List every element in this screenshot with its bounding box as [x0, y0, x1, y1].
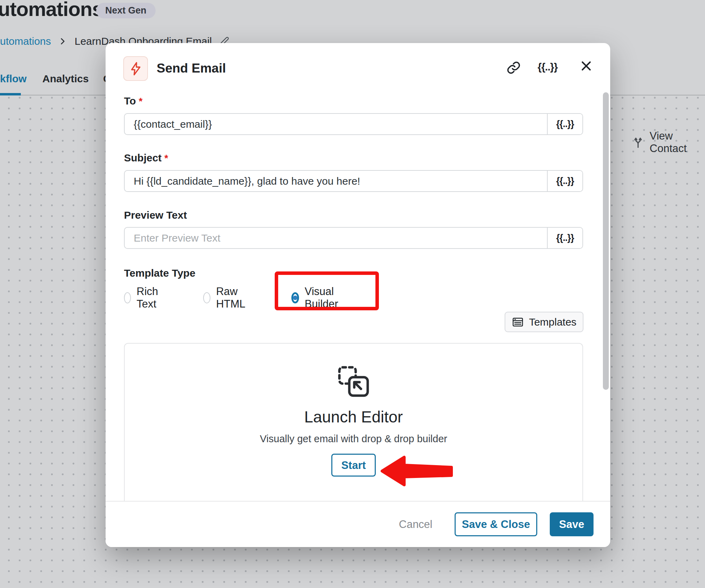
templates-button-label: Templates: [529, 316, 577, 328]
radio-visual-builder[interactable]: Visual Builder: [291, 285, 341, 310]
radio-circle: [124, 292, 131, 303]
page-title: utomations: [0, 0, 103, 20]
to-input-group: {{..}}: [124, 113, 583, 135]
modal-scrollbar-thumb[interactable]: [603, 92, 609, 390]
modal-footer: Cancel Save & Close Save: [106, 501, 610, 547]
to-label: To*: [124, 95, 142, 107]
to-merge-tag-button[interactable]: {{..}}: [547, 114, 582, 134]
preview-input-group: {{..}}: [124, 227, 583, 249]
action-icon-box: [123, 56, 148, 81]
required-asterisk: *: [164, 153, 168, 163]
required-asterisk: *: [139, 96, 142, 107]
modal-title: Send Email: [157, 61, 226, 76]
view-contact-node[interactable]: View Contact: [631, 130, 705, 155]
radio-circle-selected: [291, 292, 299, 303]
subject-label: Subject*: [124, 152, 168, 164]
next-gen-badge: Next Gen: [96, 3, 156, 18]
breadcrumb-root-link[interactable]: utomations: [0, 35, 51, 47]
template-window-icon: [512, 316, 524, 328]
view-contact-label: View Contact: [650, 130, 705, 155]
to-input[interactable]: [125, 114, 547, 134]
subject-input[interactable]: [125, 171, 547, 191]
templates-button[interactable]: Templates: [505, 312, 583, 332]
active-tab-underline: [0, 93, 21, 95]
launch-editor-icon: [125, 363, 582, 401]
radio-circle: [203, 292, 210, 303]
send-email-modal: Send Email {{..}} To* {{..}} Subject* {{…: [106, 43, 610, 547]
radio-raw-html[interactable]: Raw HTML: [203, 285, 249, 310]
preview-merge-tag-button[interactable]: {{..}}: [547, 228, 582, 248]
lightning-icon: [128, 61, 143, 76]
radio-rich-text[interactable]: Rich Text: [124, 285, 162, 310]
tab-analytics[interactable]: Analytics: [42, 73, 89, 85]
save-button[interactable]: Save: [550, 512, 594, 536]
subject-merge-tag-button[interactable]: {{..}}: [547, 171, 582, 191]
split-branch-icon: [631, 135, 645, 150]
start-button[interactable]: Start: [331, 454, 376, 477]
launch-editor-title: Launch Editor: [125, 408, 582, 426]
cancel-button[interactable]: Cancel: [399, 518, 433, 531]
chevron-right-icon: [58, 37, 67, 46]
close-icon[interactable]: [579, 58, 594, 74]
subject-input-group: {{..}}: [124, 170, 583, 192]
launch-editor-subtitle: Visually get email with drop & drop buil…: [125, 433, 582, 445]
preview-input[interactable]: [125, 228, 547, 248]
save-and-close-button[interactable]: Save & Close: [455, 512, 537, 536]
launch-editor-panel: Launch Editor Visually get email with dr…: [124, 343, 583, 501]
merge-tags-icon[interactable]: {{..}}: [538, 61, 557, 73]
tab-workflow[interactable]: kflow: [0, 73, 27, 85]
template-type-label: Template Type: [124, 267, 196, 279]
preview-label: Preview Text: [124, 209, 187, 221]
copy-link-icon[interactable]: [506, 60, 521, 75]
